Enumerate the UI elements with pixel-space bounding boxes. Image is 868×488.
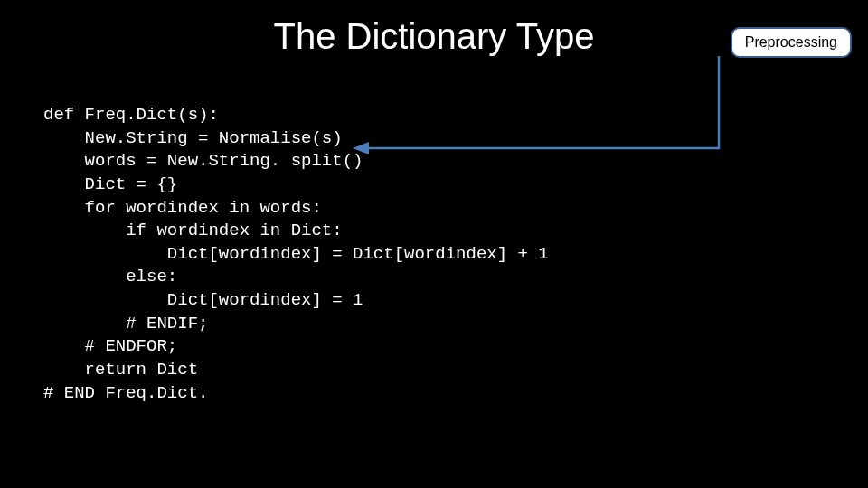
code-block: def Freq.Dict(s): New.String = Normalise… <box>43 104 549 405</box>
preprocessing-badge: Preprocessing <box>731 27 852 58</box>
slide: The Dictionary Type Preprocessing def Fr… <box>0 0 868 488</box>
